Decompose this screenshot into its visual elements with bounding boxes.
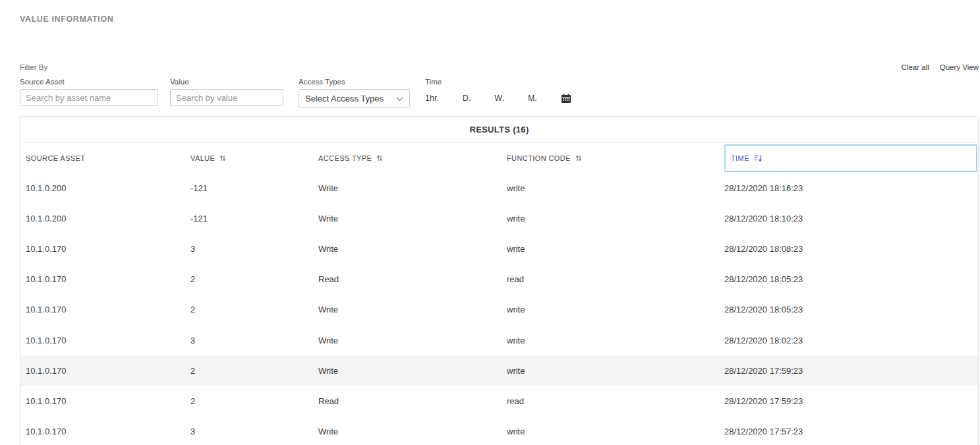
access-types-field: Access Types Select Access Types xyxy=(299,78,410,107)
cell-function-code: write xyxy=(507,366,724,376)
filter-by-label: Filter By xyxy=(20,63,47,71)
table-row[interactable]: 10.1.0.170 3 Write write 28/12/2020 17:5… xyxy=(20,417,978,445)
table-row[interactable]: 10.1.0.170 3 Write write 28/12/2020 18:0… xyxy=(20,325,978,355)
cell-function-code: write xyxy=(507,336,724,345)
cell-value: -121 xyxy=(190,183,318,193)
cell-access-type: Read xyxy=(318,274,507,284)
cell-value: 2 xyxy=(190,305,318,314)
table-row[interactable]: 10.1.0.200 -121 Write write 28/12/2020 1… xyxy=(20,203,978,233)
cell-value: 3 xyxy=(190,336,318,345)
cell-source-asset: 10.1.0.170 xyxy=(20,336,190,345)
cell-time: 28/12/2020 18:05:23 xyxy=(724,305,978,314)
value-information-page: VALUE INFORMATION Filter By Clear all Qu… xyxy=(0,0,980,445)
column-header-time: TIME xyxy=(724,144,978,172)
cell-time: 28/12/2020 18:02:23 xyxy=(724,336,978,345)
cell-source-asset: 10.1.0.170 xyxy=(20,366,190,376)
time-option-day[interactable]: D. xyxy=(463,94,471,103)
time-options: 1hr. D. W. M. xyxy=(425,89,571,107)
cell-source-asset: 10.1.0.170 xyxy=(20,427,190,436)
value-field: Value xyxy=(170,78,283,106)
cell-access-type: Write xyxy=(318,183,507,193)
cell-function-code: write xyxy=(507,427,724,436)
filter-header-links: Clear all Query View xyxy=(902,63,979,71)
cell-source-asset: 10.1.0.200 xyxy=(20,183,190,193)
table-header-row: SOURCE ASSET VALUE ACCESS TYPE FUNCTION … xyxy=(20,143,978,173)
cell-value: 2 xyxy=(190,366,318,376)
access-types-select[interactable]: Select Access Types xyxy=(299,89,410,107)
time-option-week[interactable]: W. xyxy=(494,94,504,103)
sort-updown-icon[interactable] xyxy=(575,154,582,162)
results-count-title: RESULTS (16) xyxy=(469,125,529,134)
filter-header: Filter By Clear all Query View xyxy=(20,63,979,71)
column-header-value[interactable]: VALUE xyxy=(190,154,318,162)
cell-time: 28/12/2020 17:59:23 xyxy=(724,396,978,406)
table-row[interactable]: 10.1.0.200 -121 Write write 28/12/2020 1… xyxy=(20,173,978,203)
time-filter-group: Time 1hr. D. W. M. xyxy=(425,78,571,107)
calendar-icon[interactable] xyxy=(561,94,571,104)
chevron-down-icon xyxy=(396,92,403,104)
page-title: VALUE INFORMATION xyxy=(20,15,113,24)
results-panel: RESULTS (16) SOURCE ASSET VALUE ACCESS T… xyxy=(20,116,979,445)
table-body: 10.1.0.200 -121 Write write 28/12/2020 1… xyxy=(20,173,978,445)
cell-access-type: Write xyxy=(318,244,507,254)
source-asset-field: Source Asset xyxy=(20,78,158,106)
cell-time: 28/12/2020 18:16:23 xyxy=(724,183,978,193)
column-header-access-type[interactable]: ACCESS TYPE xyxy=(318,154,507,162)
cell-function-code: write xyxy=(507,244,724,254)
source-asset-label: Source Asset xyxy=(20,78,158,86)
access-types-selected-value: Select Access Types xyxy=(305,94,384,104)
cell-source-asset: 10.1.0.170 xyxy=(20,396,190,406)
time-option-month[interactable]: M. xyxy=(528,94,537,103)
query-view-button[interactable]: Query View xyxy=(940,63,979,71)
cell-source-asset: 10.1.0.170 xyxy=(20,274,190,284)
clear-all-button[interactable]: Clear all xyxy=(902,63,929,71)
cell-access-type: Write xyxy=(318,214,507,223)
cell-value: 3 xyxy=(190,244,318,254)
column-header-time-active[interactable]: TIME xyxy=(724,144,977,172)
cell-source-asset: 10.1.0.200 xyxy=(20,214,190,223)
source-asset-input[interactable] xyxy=(20,89,158,106)
cell-value: -121 xyxy=(190,214,318,223)
cell-time: 28/12/2020 17:59:23 xyxy=(724,366,978,376)
sort-updown-icon[interactable] xyxy=(376,154,383,162)
time-option-1hr[interactable]: 1hr. xyxy=(425,94,439,103)
cell-source-asset: 10.1.0.170 xyxy=(20,244,190,254)
cell-value: 2 xyxy=(190,274,318,284)
cell-access-type: Write xyxy=(318,305,507,314)
cell-time: 28/12/2020 17:57:23 xyxy=(724,427,978,436)
table-row[interactable]: 10.1.0.170 2 Read read 28/12/2020 18:05:… xyxy=(20,264,978,295)
cell-function-code: write xyxy=(507,305,724,314)
cell-value: 2 xyxy=(190,396,318,406)
cell-value: 3 xyxy=(190,427,318,436)
cell-function-code: write xyxy=(507,214,724,223)
cell-function-code: read xyxy=(507,396,724,406)
sort-updown-icon[interactable] xyxy=(219,154,226,162)
cell-function-code: read xyxy=(507,274,724,284)
cell-access-type: Write xyxy=(318,427,507,436)
table-row[interactable]: 10.1.0.170 3 Write write 28/12/2020 18:0… xyxy=(20,233,978,264)
filter-controls: Source Asset Value Access Types Select A… xyxy=(20,78,571,107)
cell-time: 28/12/2020 18:10:23 xyxy=(724,214,978,223)
sort-desc-icon[interactable] xyxy=(754,154,762,162)
results-bar: RESULTS (16) xyxy=(20,117,978,143)
time-label: Time xyxy=(425,78,571,86)
access-types-label: Access Types xyxy=(299,78,410,86)
table-row[interactable]: 10.1.0.170 2 Read read 28/12/2020 17:59:… xyxy=(20,386,978,416)
column-header-function-code[interactable]: FUNCTION CODE xyxy=(507,154,724,162)
value-label: Value xyxy=(170,78,283,86)
column-header-source-asset[interactable]: SOURCE ASSET xyxy=(20,154,190,162)
table-row[interactable]: 10.1.0.170 2 Write write 28/12/2020 18:0… xyxy=(20,295,978,325)
cell-source-asset: 10.1.0.170 xyxy=(20,305,190,314)
cell-function-code: write xyxy=(507,183,724,193)
cell-access-type: Write xyxy=(318,336,507,345)
cell-time: 28/12/2020 18:08:23 xyxy=(724,244,978,254)
cell-time: 28/12/2020 18:05:23 xyxy=(724,274,978,284)
table-row[interactable]: 10.1.0.170 2 Write write 28/12/2020 17:5… xyxy=(20,355,978,386)
cell-access-type: Read xyxy=(318,396,507,406)
cell-access-type: Write xyxy=(318,366,507,376)
value-input[interactable] xyxy=(170,89,283,106)
